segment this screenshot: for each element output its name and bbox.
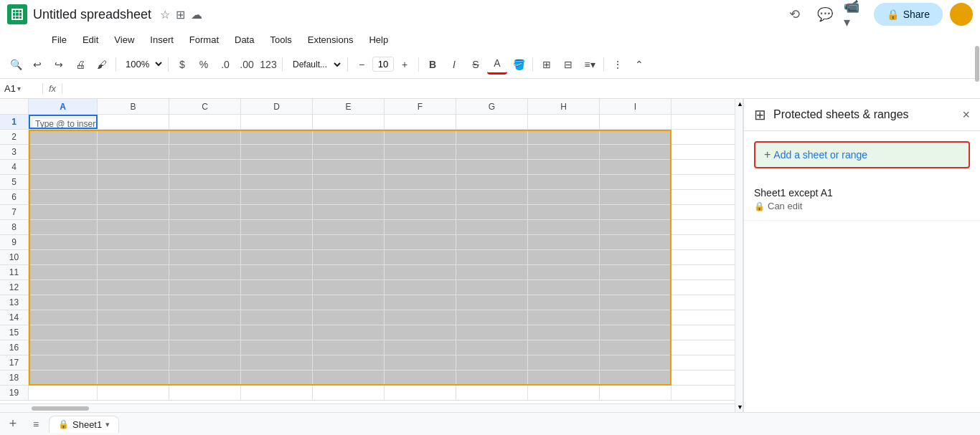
cell-D9[interactable] [241,235,313,249]
decrease-decimal-btn[interactable]: .0 [215,54,235,75]
cell-F2[interactable] [385,130,456,144]
cell-D18[interactable] [241,371,313,385]
row-num-6[interactable]: 6 [0,190,29,204]
row-num-3[interactable]: 3 [0,145,29,159]
cell-D15[interactable] [241,325,313,340]
cell-A7[interactable] [29,205,98,219]
cell-I15[interactable] [600,325,672,340]
share-button[interactable]: 🔒 Share [874,3,943,26]
cell-G8[interactable] [456,220,528,234]
cell-D8[interactable] [241,220,313,234]
cell-C15[interactable] [169,325,241,340]
cell-B11[interactable] [98,265,169,279]
increase-font-btn[interactable]: + [395,54,415,75]
currency-btn[interactable]: $ [172,54,192,75]
cell-C2[interactable] [169,130,241,144]
cell-F8[interactable] [385,220,456,234]
cell-C10[interactable] [169,250,241,264]
cell-A16[interactable] [29,340,98,355]
cell-E18[interactable] [313,371,385,385]
cell-H19[interactable] [528,386,600,400]
cell-G3[interactable] [456,145,528,159]
percent-btn[interactable]: % [194,54,214,75]
cell-H16[interactable] [528,340,600,355]
cell-C4[interactable] [169,160,241,174]
h-scrollbar[interactable] [0,403,735,412]
cell-G2[interactable] [456,130,528,144]
cell-B17[interactable] [98,355,169,370]
cell-F7[interactable] [385,205,456,219]
star-icon[interactable]: ☆ [160,8,170,21]
cell-F1[interactable] [385,115,456,129]
cell-I7[interactable] [600,205,672,219]
cell-C5[interactable] [169,175,241,189]
cell-D2[interactable] [241,130,313,144]
cell-I4[interactable] [600,160,672,174]
align-btn[interactable]: ≡▾ [580,54,600,75]
comments-icon[interactable]: 💬 [814,3,837,26]
cell-E11[interactable] [313,265,385,279]
col-header-D[interactable]: D [241,99,313,114]
cell-F5[interactable] [385,175,456,189]
cell-I8[interactable] [600,220,672,234]
cell-H18[interactable] [528,371,600,385]
scroll-up-btn[interactable]: ▲ [735,99,743,109]
cell-C17[interactable] [169,355,241,370]
cell-I12[interactable] [600,280,672,295]
cell-I14[interactable] [600,310,672,325]
row-num-18[interactable]: 18 [0,371,29,385]
row-num-11[interactable]: 11 [0,265,29,279]
cell-A3[interactable] [29,145,98,159]
v-scrollbar[interactable]: ▲ ▼ [735,99,743,412]
cell-E9[interactable] [313,235,385,249]
video-call-icon[interactable]: 📹 ▾ [844,3,867,26]
cell-D6[interactable] [241,190,313,204]
cell-A5[interactable] [29,175,98,189]
doc-title[interactable]: Untitled spreadsheet [33,7,151,22]
cell-F3[interactable] [385,145,456,159]
cell-C18[interactable] [169,371,241,385]
col-header-C[interactable]: C [169,99,241,114]
cell-H14[interactable] [528,310,600,325]
avatar[interactable] [950,3,973,26]
row-num-4[interactable]: 4 [0,160,29,174]
cell-D3[interactable] [241,145,313,159]
cell-F12[interactable] [385,280,456,295]
more-formats-btn[interactable]: 123 [258,54,278,75]
cell-H3[interactable] [528,145,600,159]
sheet-tab-chevron-0[interactable]: ▾ [105,420,110,429]
cell-F15[interactable] [385,325,456,340]
cell-H15[interactable] [528,325,600,340]
menu-view[interactable]: View [107,32,141,48]
cell-F19[interactable] [385,386,456,400]
cell-F18[interactable] [385,371,456,385]
decrease-font-btn[interactable]: − [352,54,372,75]
row-num-14[interactable]: 14 [0,310,29,325]
cell-B3[interactable] [98,145,169,159]
cell-A9[interactable] [29,235,98,249]
cell-B19[interactable] [98,386,169,400]
cell-E13[interactable] [313,295,385,310]
col-header-H[interactable]: H [528,99,600,114]
cell-C3[interactable] [169,145,241,159]
row-num-16[interactable]: 16 [0,340,29,355]
increase-decimal-btn[interactable]: .00 [237,54,257,75]
cell-B5[interactable] [98,175,169,189]
cell-B18[interactable] [98,371,169,385]
cell-H4[interactable] [528,160,600,174]
col-header-G[interactable]: G [456,99,528,114]
cell-A11[interactable] [29,265,98,279]
menu-help[interactable]: Help [362,32,395,48]
cell-D1[interactable] [241,115,313,129]
cell-C19[interactable] [169,386,241,400]
tab-menu-btn[interactable]: ≡ [26,416,46,433]
cell-G13[interactable] [456,295,528,310]
cell-C7[interactable] [169,205,241,219]
bold-btn[interactable]: B [423,54,443,75]
cell-A6[interactable] [29,190,98,204]
scroll-down-btn[interactable]: ▼ [735,402,743,412]
cell-G16[interactable] [456,340,528,355]
cell-H11[interactable] [528,265,600,279]
cell-I3[interactable] [600,145,672,159]
search-btn[interactable]: 🔍 [6,54,26,75]
